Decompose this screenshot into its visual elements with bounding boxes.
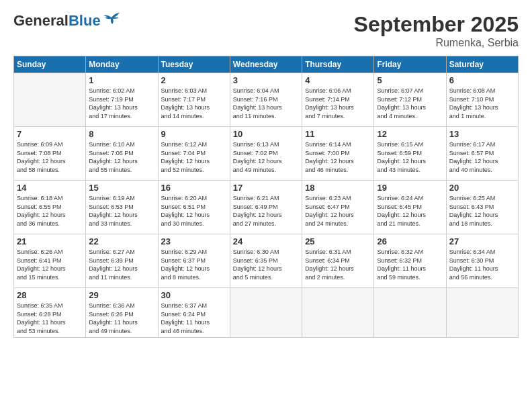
day-number: 14 <box>17 183 83 193</box>
table-row: 9Sunrise: 6:12 AM Sunset: 7:04 PM Daylig… <box>158 127 230 181</box>
day-number: 9 <box>161 129 227 139</box>
day-info: Sunrise: 6:24 AM Sunset: 6:45 PM Dayligh… <box>377 194 443 228</box>
table-row: 18Sunrise: 6:23 AM Sunset: 6:47 PM Dayli… <box>302 181 374 234</box>
day-info: Sunrise: 6:35 AM Sunset: 6:28 PM Dayligh… <box>17 302 83 335</box>
table-row: 2Sunrise: 6:03 AM Sunset: 7:17 PM Daylig… <box>158 73 230 127</box>
logo-general: General <box>13 12 69 29</box>
day-number: 12 <box>377 129 443 139</box>
col-tuesday: Tuesday <box>158 56 230 73</box>
day-info: Sunrise: 6:25 AM Sunset: 6:43 PM Dayligh… <box>449 194 515 228</box>
title-block: September 2025 Rumenka, Serbia <box>354 12 519 49</box>
day-number: 15 <box>89 183 154 193</box>
calendar-header-row: Sunday Monday Tuesday Wednesday Thursday… <box>14 56 519 73</box>
table-row <box>374 288 446 338</box>
table-row: 16Sunrise: 6:20 AM Sunset: 6:51 PM Dayli… <box>158 181 230 234</box>
day-info: Sunrise: 6:02 AM Sunset: 7:19 PM Dayligh… <box>89 87 154 120</box>
table-row: 6Sunrise: 6:08 AM Sunset: 7:10 PM Daylig… <box>446 73 518 127</box>
table-row: 29Sunrise: 6:36 AM Sunset: 6:26 PM Dayli… <box>86 288 158 338</box>
day-number: 10 <box>233 129 299 139</box>
day-info: Sunrise: 6:30 AM Sunset: 6:35 PM Dayligh… <box>233 248 299 281</box>
day-number: 4 <box>305 75 371 85</box>
location-subtitle: Rumenka, Serbia <box>354 37 519 49</box>
day-number: 13 <box>449 129 515 139</box>
day-info: Sunrise: 6:21 AM Sunset: 6:49 PM Dayligh… <box>233 194 299 228</box>
table-row: 14Sunrise: 6:18 AM Sunset: 6:55 PM Dayli… <box>14 181 86 234</box>
page-header: GeneralBlue September 2025 Rumenka, Serb… <box>13 12 519 49</box>
table-row: 4Sunrise: 6:06 AM Sunset: 7:14 PM Daylig… <box>302 73 374 127</box>
day-info: Sunrise: 6:31 AM Sunset: 6:34 PM Dayligh… <box>305 248 371 281</box>
col-thursday: Thursday <box>302 56 374 73</box>
table-row: 3Sunrise: 6:04 AM Sunset: 7:16 PM Daylig… <box>230 73 302 127</box>
day-info: Sunrise: 6:15 AM Sunset: 6:59 PM Dayligh… <box>377 140 443 174</box>
table-row: 19Sunrise: 6:24 AM Sunset: 6:45 PM Dayli… <box>374 181 446 234</box>
day-number: 2 <box>161 75 227 85</box>
day-info: Sunrise: 6:17 AM Sunset: 6:57 PM Dayligh… <box>449 140 515 174</box>
table-row: 17Sunrise: 6:21 AM Sunset: 6:49 PM Dayli… <box>230 181 302 234</box>
day-info: Sunrise: 6:09 AM Sunset: 7:08 PM Dayligh… <box>17 140 83 174</box>
day-info: Sunrise: 6:03 AM Sunset: 7:17 PM Dayligh… <box>161 87 227 120</box>
day-info: Sunrise: 6:07 AM Sunset: 7:12 PM Dayligh… <box>377 87 443 120</box>
calendar-table: Sunday Monday Tuesday Wednesday Thursday… <box>13 56 519 338</box>
day-number: 3 <box>233 75 299 85</box>
day-info: Sunrise: 6:23 AM Sunset: 6:47 PM Dayligh… <box>305 194 371 228</box>
day-info: Sunrise: 6:18 AM Sunset: 6:55 PM Dayligh… <box>17 194 83 228</box>
table-row: 23Sunrise: 6:29 AM Sunset: 6:37 PM Dayli… <box>158 234 230 288</box>
table-row: 22Sunrise: 6:27 AM Sunset: 6:39 PM Dayli… <box>86 234 158 288</box>
day-info: Sunrise: 6:08 AM Sunset: 7:10 PM Dayligh… <box>449 87 515 120</box>
table-row <box>230 288 302 338</box>
day-info: Sunrise: 6:12 AM Sunset: 7:04 PM Dayligh… <box>161 140 227 174</box>
day-number: 18 <box>305 183 371 193</box>
day-info: Sunrise: 6:34 AM Sunset: 6:30 PM Dayligh… <box>449 248 515 281</box>
day-number: 5 <box>377 75 443 85</box>
day-number: 25 <box>305 236 371 246</box>
day-number: 17 <box>233 183 299 193</box>
logo-bird-icon <box>102 12 121 26</box>
day-info: Sunrise: 6:37 AM Sunset: 6:24 PM Dayligh… <box>161 302 227 335</box>
day-number: 27 <box>449 236 515 246</box>
day-number: 21 <box>17 236 83 246</box>
day-info: Sunrise: 6:36 AM Sunset: 6:26 PM Dayligh… <box>89 302 154 335</box>
col-sunday: Sunday <box>14 56 86 73</box>
table-row: 1Sunrise: 6:02 AM Sunset: 7:19 PM Daylig… <box>86 73 158 127</box>
table-row: 15Sunrise: 6:19 AM Sunset: 6:53 PM Dayli… <box>86 181 158 234</box>
month-year-title: September 2025 <box>354 12 519 37</box>
day-number: 29 <box>89 290 154 300</box>
day-info: Sunrise: 6:20 AM Sunset: 6:51 PM Dayligh… <box>161 194 227 228</box>
table-row: 10Sunrise: 6:13 AM Sunset: 7:02 PM Dayli… <box>230 127 302 181</box>
day-number: 16 <box>161 183 227 193</box>
col-friday: Friday <box>374 56 446 73</box>
table-row: 11Sunrise: 6:14 AM Sunset: 7:00 PM Dayli… <box>302 127 374 181</box>
table-row: 28Sunrise: 6:35 AM Sunset: 6:28 PM Dayli… <box>14 288 86 338</box>
table-row: 20Sunrise: 6:25 AM Sunset: 6:43 PM Dayli… <box>446 181 518 234</box>
day-number: 28 <box>17 290 83 300</box>
day-info: Sunrise: 6:27 AM Sunset: 6:39 PM Dayligh… <box>89 248 154 281</box>
table-row <box>446 288 518 338</box>
table-row: 13Sunrise: 6:17 AM Sunset: 6:57 PM Dayli… <box>446 127 518 181</box>
table-row: 25Sunrise: 6:31 AM Sunset: 6:34 PM Dayli… <box>302 234 374 288</box>
day-info: Sunrise: 6:10 AM Sunset: 7:06 PM Dayligh… <box>89 140 154 174</box>
day-info: Sunrise: 6:26 AM Sunset: 6:41 PM Dayligh… <box>17 248 83 281</box>
table-row: 8Sunrise: 6:10 AM Sunset: 7:06 PM Daylig… <box>86 127 158 181</box>
table-row: 30Sunrise: 6:37 AM Sunset: 6:24 PM Dayli… <box>158 288 230 338</box>
table-row: 21Sunrise: 6:26 AM Sunset: 6:41 PM Dayli… <box>14 234 86 288</box>
day-info: Sunrise: 6:06 AM Sunset: 7:14 PM Dayligh… <box>305 87 371 120</box>
day-number: 7 <box>17 129 83 139</box>
day-number: 26 <box>377 236 443 246</box>
day-number: 1 <box>89 75 154 85</box>
table-row: 26Sunrise: 6:32 AM Sunset: 6:32 PM Dayli… <box>374 234 446 288</box>
day-number: 24 <box>233 236 299 246</box>
day-number: 11 <box>305 129 371 139</box>
day-number: 19 <box>377 183 443 193</box>
table-row: 7Sunrise: 6:09 AM Sunset: 7:08 PM Daylig… <box>14 127 86 181</box>
table-row: 27Sunrise: 6:34 AM Sunset: 6:30 PM Dayli… <box>446 234 518 288</box>
day-number: 8 <box>89 129 154 139</box>
day-info: Sunrise: 6:19 AM Sunset: 6:53 PM Dayligh… <box>89 194 154 228</box>
col-wednesday: Wednesday <box>230 56 302 73</box>
day-info: Sunrise: 6:14 AM Sunset: 7:00 PM Dayligh… <box>305 140 371 174</box>
table-row: 24Sunrise: 6:30 AM Sunset: 6:35 PM Dayli… <box>230 234 302 288</box>
day-number: 6 <box>449 75 515 85</box>
logo-blue: Blue <box>69 12 101 29</box>
day-number: 30 <box>161 290 227 300</box>
table-row <box>14 73 86 127</box>
table-row: 5Sunrise: 6:07 AM Sunset: 7:12 PM Daylig… <box>374 73 446 127</box>
